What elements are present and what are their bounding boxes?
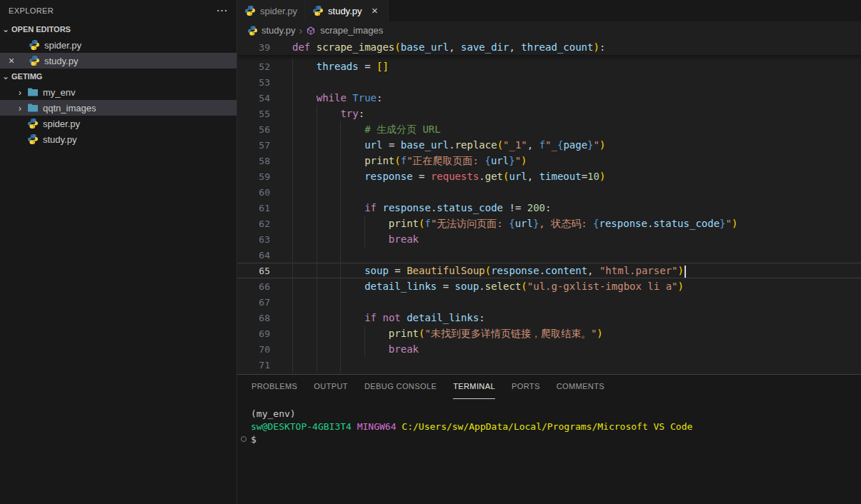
line-content[interactable] xyxy=(292,294,861,310)
line-number[interactable]: 55 xyxy=(237,109,270,119)
line-number[interactable]: 59 xyxy=(237,171,270,182)
line-number[interactable]: 57 xyxy=(237,140,270,151)
line-content[interactable]: detail_links = soup.select("ul.g-gxlist-… xyxy=(292,278,861,294)
line-content[interactable]: print("未找到更多详情页链接，爬取结束。") xyxy=(292,326,861,341)
line-number[interactable]: 60 xyxy=(237,187,270,198)
line-number[interactable]: 62 xyxy=(237,218,270,229)
line-content[interactable]: break xyxy=(292,341,861,357)
line-number[interactable]: 67 xyxy=(237,297,270,308)
line-content[interactable]: url = base_url.replace("_1", f"_{page}") xyxy=(292,137,861,153)
code-line-63[interactable]: 63 break xyxy=(237,231,861,247)
panel-tab-debug-console[interactable]: DEBUG CONSOLE xyxy=(364,375,437,399)
token: ( xyxy=(485,265,491,276)
line-number[interactable]: 53 xyxy=(237,77,270,88)
panel-tab-output[interactable]: OUTPUT xyxy=(314,375,348,399)
token: ) xyxy=(678,281,684,292)
code-line-39[interactable]: 39def scrape_images(base_url, save_dir, … xyxy=(237,39,861,55)
line-number[interactable]: 56 xyxy=(237,124,270,135)
panel-tab-comments[interactable]: COMMENTS xyxy=(557,375,604,399)
code-line-60[interactable]: 60 xyxy=(237,184,861,200)
line-number[interactable]: 39 xyxy=(237,42,270,53)
line-number[interactable]: 68 xyxy=(237,313,270,323)
line-content[interactable]: response = requests.get(url, timeout=10) xyxy=(292,168,861,184)
line-content[interactable] xyxy=(292,357,861,373)
close-icon[interactable]: × xyxy=(6,55,17,66)
line-content[interactable]: break xyxy=(292,231,861,247)
indent-guide xyxy=(364,216,365,231)
code-line-57[interactable]: 57 url = base_url.replace("_1", f"_{page… xyxy=(237,137,861,153)
line-content[interactable]: def scrape_images(base_url, save_dir, th… xyxy=(292,39,861,55)
section-header-getimg[interactable]: ⌄GETIMG xyxy=(0,69,237,84)
panel-tab-problems[interactable]: PROBLEMS xyxy=(252,375,297,399)
token: url xyxy=(491,155,509,166)
line-content[interactable]: # 生成分页 URL xyxy=(292,121,861,137)
line-content[interactable]: if response.status_code != 200: xyxy=(292,200,861,216)
line-content[interactable] xyxy=(292,247,861,263)
token: { xyxy=(593,218,599,229)
panel-tab-terminal[interactable]: TERMINAL xyxy=(453,375,495,399)
line-number[interactable]: 70 xyxy=(237,344,270,355)
code-line-64[interactable]: 64 xyxy=(237,247,861,263)
line-content[interactable] xyxy=(292,184,861,200)
line-content[interactable]: soup = BeautifulSoup(response.content, "… xyxy=(292,263,861,278)
code-line-71[interactable]: 71 xyxy=(237,357,861,373)
line-number[interactable]: 63 xyxy=(237,234,270,245)
line-number[interactable]: 65 xyxy=(237,266,270,276)
code-line-62[interactable]: 62 print(f"无法访问页面: {url}, 状态码: {response… xyxy=(237,216,861,231)
open-editor-item-study-py[interactable]: ×study.py xyxy=(0,53,237,69)
code-editor[interactable]: 39def scrape_images(base_url, save_dir, … xyxy=(237,39,861,374)
line-content[interactable]: threads = [] xyxy=(292,59,861,74)
tab-spider-py[interactable]: spider.py xyxy=(237,0,305,21)
code-line-66[interactable]: 66 detail_links = soup.select("ul.g-gxli… xyxy=(237,278,861,294)
line-number[interactable]: 61 xyxy=(237,203,270,213)
indent-guide xyxy=(292,184,293,200)
code-line-52[interactable]: 52 threads = [] xyxy=(237,59,861,74)
more-actions-icon[interactable]: ⋯ xyxy=(217,7,228,14)
line-content[interactable]: print(f"正在爬取页面: {url}") xyxy=(292,153,861,168)
sticky-scroll-line[interactable]: 39def scrape_images(base_url, save_dir, … xyxy=(237,39,861,55)
command-decoration-icon[interactable] xyxy=(241,436,247,442)
indent-guide xyxy=(292,341,293,357)
open-editor-item-spider-py[interactable]: spider.py xyxy=(0,37,237,53)
tree-item-spider-py[interactable]: spider.py xyxy=(0,116,237,131)
token: , xyxy=(449,41,461,53)
code-line-55[interactable]: 55 try: xyxy=(237,106,861,121)
terminal[interactable]: (my_env)sw@DESKTOP-4GBI3T4 MINGW64 C:/Us… xyxy=(237,399,861,504)
line-number[interactable]: 66 xyxy=(237,281,270,292)
file-label: spider.py xyxy=(44,40,81,51)
code-line-70[interactable]: 70 break xyxy=(237,341,861,357)
line-content[interactable]: try: xyxy=(292,106,861,121)
code-line-61[interactable]: 61 if response.status_code != 200: xyxy=(237,200,861,216)
token: break xyxy=(389,233,419,245)
code-line-68[interactable]: 68 if not detail_links: xyxy=(237,310,861,326)
panel-tab-ports[interactable]: PORTS xyxy=(512,375,540,399)
line-number[interactable]: 64 xyxy=(237,250,270,261)
code-line-65[interactable]: 65 soup = BeautifulSoup(response.content… xyxy=(237,263,861,278)
line-content[interactable]: print(f"无法访问页面: {url}, 状态码: {response.st… xyxy=(292,216,861,231)
code-line-54[interactable]: 54 while True: xyxy=(237,90,861,106)
line-content[interactable]: if not detail_links: xyxy=(292,310,861,326)
line-content[interactable]: while True: xyxy=(292,90,861,106)
tree-item-study-py[interactable]: study.py xyxy=(0,131,237,147)
section-header-open-editors[interactable]: ⌄OPEN EDITORS xyxy=(0,21,237,37)
code-line-59[interactable]: 59 response = requests.get(url, timeout=… xyxy=(237,168,861,184)
line-number[interactable]: 58 xyxy=(237,156,270,166)
breadcrumb-file[interactable]: study.py xyxy=(262,25,295,36)
code-line-56[interactable]: 56 # 生成分页 URL xyxy=(237,121,861,137)
line-content[interactable] xyxy=(292,74,861,90)
token: select xyxy=(485,281,522,292)
code-line-53[interactable]: 53 xyxy=(237,74,861,90)
tree-item-my-env[interactable]: ›my_env xyxy=(0,84,237,100)
line-number[interactable]: 54 xyxy=(237,93,270,104)
tree-item-qqtn-images[interactable]: ›qqtn_images xyxy=(0,100,237,116)
line-number[interactable]: 71 xyxy=(237,360,270,371)
line-number[interactable]: 52 xyxy=(237,61,270,72)
line-number[interactable]: 69 xyxy=(237,328,270,339)
tab-study-py[interactable]: study.py× xyxy=(305,0,388,21)
code-line-58[interactable]: 58 print(f"正在爬取页面: {url}") xyxy=(237,153,861,168)
token: , 状态码: xyxy=(539,218,593,229)
close-icon[interactable]: × xyxy=(369,7,381,14)
code-line-67[interactable]: 67 xyxy=(237,294,861,310)
breadcrumb-symbol[interactable]: scrape_images xyxy=(320,25,383,36)
code-line-69[interactable]: 69 print("未找到更多详情页链接，爬取结束。") xyxy=(237,326,861,341)
